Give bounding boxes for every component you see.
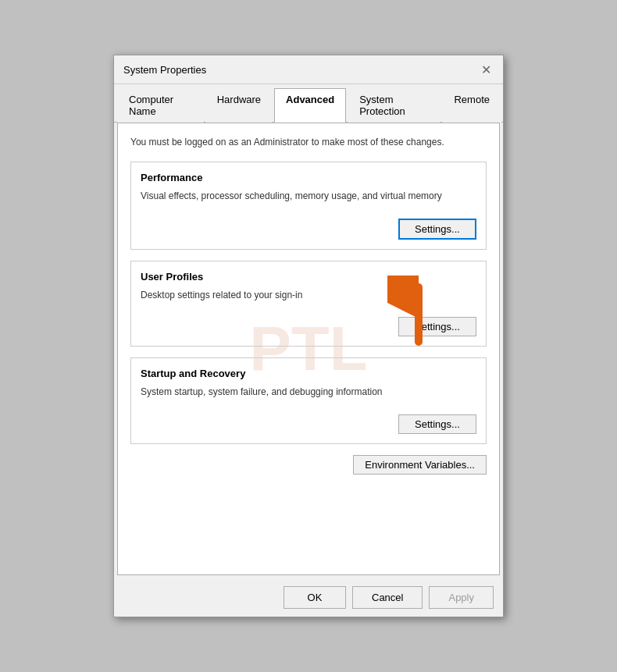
performance-description: Visual effects, processor scheduling, me… bbox=[141, 190, 476, 203]
startup-recovery-settings-button[interactable]: Settings... bbox=[398, 414, 476, 434]
performance-title: Performance bbox=[141, 172, 476, 183]
performance-settings-button[interactable]: Settings... bbox=[398, 219, 476, 240]
dialog-title: System Properties bbox=[123, 64, 206, 76]
user-profiles-section: User Profiles Desktop settings related t… bbox=[130, 261, 487, 347]
system-properties-dialog: System Properties ✕ Computer Name Hardwa… bbox=[113, 55, 504, 617]
tab-hardware[interactable]: Hardware bbox=[205, 88, 273, 123]
tab-system-protection[interactable]: System Protection bbox=[348, 88, 440, 123]
footer-buttons: OK Cancel Apply bbox=[114, 578, 503, 617]
startup-recovery-section: Startup and Recovery System startup, sys… bbox=[130, 357, 487, 444]
user-profiles-description: Desktop settings related to your sign-in bbox=[141, 289, 476, 302]
performance-section: Performance Visual effects, processor sc… bbox=[130, 162, 487, 250]
tab-content: PTL You must be logged on as an Administ… bbox=[117, 123, 500, 575]
startup-recovery-title: Startup and Recovery bbox=[141, 368, 476, 379]
user-profiles-title: User Profiles bbox=[141, 271, 476, 283]
tab-remote[interactable]: Remote bbox=[442, 88, 501, 123]
cancel-button[interactable]: Cancel bbox=[352, 586, 423, 609]
admin-notice: You must be logged on as an Administrato… bbox=[130, 136, 487, 149]
user-profiles-settings-button[interactable]: Settings... bbox=[398, 317, 476, 336]
apply-button[interactable]: Apply bbox=[429, 586, 494, 609]
startup-recovery-description: System startup, system failure, and debu… bbox=[141, 386, 476, 399]
ok-button[interactable]: OK bbox=[284, 586, 346, 609]
close-button[interactable]: ✕ bbox=[478, 62, 494, 77]
tab-bar: Computer Name Hardware Advanced System P… bbox=[114, 84, 503, 123]
title-bar: System Properties ✕ bbox=[114, 55, 503, 84]
environment-variables-button[interactable]: Environment Variables... bbox=[353, 455, 487, 475]
tab-advanced[interactable]: Advanced bbox=[274, 88, 346, 123]
tab-computer-name[interactable]: Computer Name bbox=[117, 88, 204, 123]
